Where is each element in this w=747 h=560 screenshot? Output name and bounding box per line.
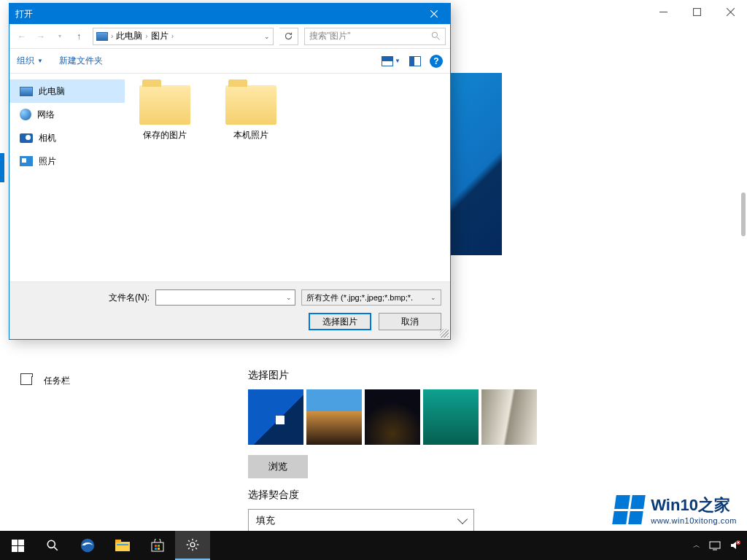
fit-select-value: 填充 [256, 514, 275, 527]
breadcrumb-folder[interactable]: 图片 [151, 30, 169, 42]
dialog-toolbar: 组织 ▼ 新建文件夹 ▼ ? [9, 49, 450, 74]
svg-point-1 [432, 32, 437, 37]
folder-label: 本机照片 [233, 129, 268, 141]
tree-item-camera[interactable]: 相机 [9, 126, 125, 149]
svg-rect-13 [710, 542, 720, 548]
chevron-down-icon: ⌄ [430, 294, 436, 301]
network-icon[interactable] [709, 540, 721, 551]
sidebar-selection-indicator [0, 153, 4, 182]
chevron-down-icon[interactable]: ⌄ [264, 33, 270, 40]
help-button[interactable]: ? [430, 55, 443, 68]
new-folder-button[interactable]: 新建文件夹 [59, 55, 103, 67]
svg-rect-9 [158, 545, 160, 547]
refresh-button[interactable] [279, 28, 298, 45]
sidebar-item-taskbar[interactable]: 任务栏 [15, 366, 248, 395]
navigation-tree: 此电脑 网络 相机 照片 [9, 74, 125, 281]
dialog-title: 打开 [15, 8, 33, 20]
dialog-close-button[interactable] [418, 4, 450, 24]
taskbar-settings-button[interactable] [175, 531, 210, 560]
organize-menu[interactable]: 组织 ▼ [17, 55, 43, 67]
browse-button[interactable]: 浏览 [248, 455, 308, 478]
search-placeholder: 搜索"图片" [309, 30, 351, 42]
wallpaper-thumb-5[interactable] [481, 389, 537, 445]
chevron-down-icon [457, 514, 468, 524]
photos-icon [20, 156, 33, 166]
filename-input[interactable]: ⌄ [155, 289, 295, 306]
desktop-preview [451, 73, 502, 255]
svg-rect-5 [115, 540, 121, 542]
start-button[interactable] [0, 531, 35, 560]
nav-forward-button[interactable]: → [33, 28, 49, 44]
breadcrumb-root[interactable]: 此电脑 [116, 30, 142, 42]
address-bar[interactable]: › 此电脑 › 图片 › ⌄ [93, 28, 274, 45]
tree-item-this-pc[interactable]: 此电脑 [9, 79, 125, 103]
maximize-button[interactable] [680, 0, 713, 23]
filename-label: 文件名(N): [109, 292, 150, 304]
resize-grip[interactable] [440, 329, 449, 338]
file-list[interactable]: 保存的图片 本机照片 [125, 74, 450, 281]
wallpaper-thumb-3[interactable] [365, 389, 420, 445]
watermark: Win10之家 www.win10xitong.com [614, 494, 737, 525]
nav-up-button[interactable]: ↑ [71, 28, 87, 44]
dialog-footer: 文件名(N): ⌄ 所有文件 (*.jpg;*.jpeg;*.bmp;*. ⌄ … [9, 281, 450, 339]
nav-history-dropdown[interactable]: ▾ [52, 28, 68, 44]
taskbar: ︿ [0, 531, 747, 560]
tray-overflow-button[interactable]: ︿ [693, 540, 700, 551]
svg-rect-6 [117, 544, 128, 545]
wallpaper-thumb-1[interactable] [248, 389, 303, 445]
svg-rect-10 [155, 548, 157, 550]
taskbar-explorer-button[interactable] [105, 531, 140, 560]
chevron-down-icon[interactable]: ⌄ [286, 294, 292, 301]
camera-icon [20, 133, 33, 143]
pc-icon [96, 32, 108, 41]
folder-label: 保存的图片 [143, 129, 187, 141]
open-button[interactable]: 选择图片 [309, 313, 371, 330]
wallpaper-thumb-4[interactable] [423, 389, 479, 445]
taskbar-store-button[interactable] [140, 531, 175, 560]
search-icon [431, 31, 441, 41]
breadcrumb-sep: › [171, 32, 174, 40]
nav-back-button[interactable]: ← [14, 28, 30, 44]
folder-item[interactable]: 保存的图片 [132, 85, 198, 141]
fit-select[interactable]: 填充 [248, 509, 474, 532]
system-tray: ︿ [693, 540, 747, 551]
svg-rect-4 [115, 542, 130, 551]
close-button[interactable] [713, 0, 747, 23]
search-input[interactable]: 搜索"图片" [304, 28, 446, 45]
watermark-url: www.win10xitong.com [651, 516, 737, 525]
svg-point-12 [190, 542, 195, 547]
svg-rect-11 [158, 548, 160, 550]
taskbar-edge-button[interactable] [70, 531, 105, 560]
watermark-logo-icon [612, 495, 646, 524]
folder-icon [139, 85, 190, 125]
wallpaper-thumbnails [248, 389, 747, 445]
breadcrumb-sep: › [111, 32, 113, 40]
svg-point-2 [47, 540, 55, 548]
taskbar-icon [20, 376, 32, 385]
network-icon [20, 109, 31, 120]
sidebar-item-label: 任务栏 [44, 375, 70, 387]
dialog-nav: ← → ▾ ↑ › 此电脑 › 图片 › ⌄ 搜索"图片" [9, 24, 450, 49]
preview-pane-button[interactable] [409, 56, 421, 66]
choose-picture-label: 选择图片 [248, 369, 747, 382]
svg-rect-8 [155, 545, 157, 547]
scrollbar-thumb[interactable] [741, 192, 746, 236]
view-mode-button[interactable]: ▼ [382, 56, 400, 66]
wallpaper-thumb-2[interactable] [306, 389, 362, 445]
folder-icon [225, 85, 276, 125]
minimize-button[interactable] [646, 0, 680, 23]
pc-icon [20, 87, 33, 96]
folder-item[interactable]: 本机照片 [218, 85, 284, 141]
breadcrumb-sep: › [145, 32, 147, 40]
file-open-dialog: 打开 ← → ▾ ↑ › 此电脑 › 图片 › ⌄ 搜索"图片" 组织 ▼ [9, 3, 451, 340]
tree-item-network[interactable]: 网络 [9, 103, 125, 126]
svg-rect-0 [693, 8, 700, 15]
taskbar-search-button[interactable] [35, 531, 70, 560]
chevron-down-icon: ▼ [395, 58, 400, 64]
volume-icon[interactable] [729, 540, 741, 551]
tree-item-photos[interactable]: 照片 [9, 149, 125, 173]
dialog-titlebar: 打开 [9, 4, 450, 24]
file-type-filter[interactable]: 所有文件 (*.jpg;*.jpeg;*.bmp;*. ⌄ [301, 289, 441, 306]
cancel-button[interactable]: 取消 [379, 313, 441, 330]
windows-logo-icon [12, 540, 24, 552]
